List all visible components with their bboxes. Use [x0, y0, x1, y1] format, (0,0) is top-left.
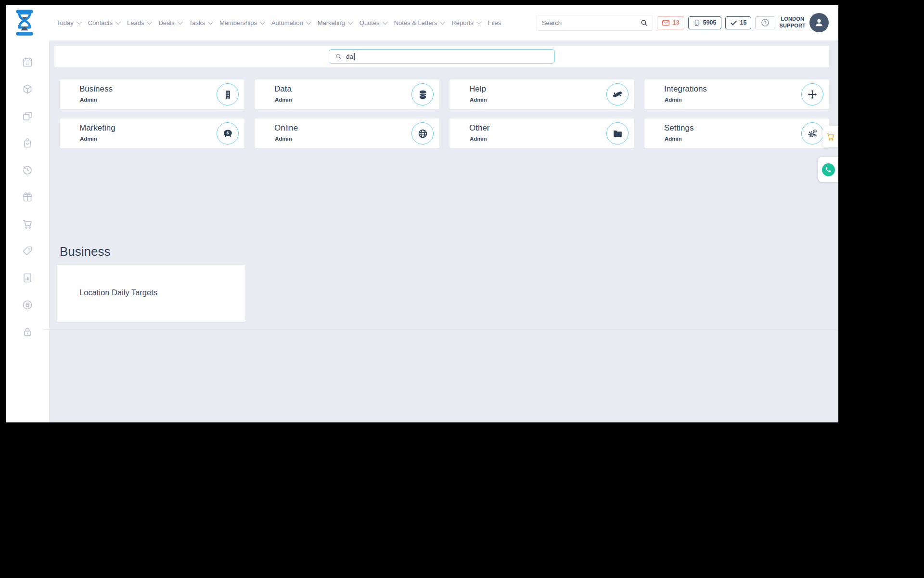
tasks-badge[interactable]: 15	[725, 16, 752, 29]
gift-icon[interactable]	[22, 191, 33, 203]
basket-float-button[interactable]	[822, 126, 838, 147]
chevron-down-icon	[440, 19, 445, 25]
check-icon	[730, 19, 737, 26]
account-name: LONDON SUPPORT	[779, 16, 806, 29]
envelope-icon	[662, 19, 670, 27]
report-chart-icon[interactable]	[22, 272, 33, 284]
sidebar: 12	[6, 40, 49, 422]
nav-item-label: Today	[57, 19, 74, 26]
card-data[interactable]: Data Admin	[255, 79, 439, 109]
card-marketing[interactable]: Marketing Admin $	[60, 118, 244, 148]
card-subtitle: Admin	[470, 136, 487, 142]
price-tag-icon[interactable]: $	[22, 245, 33, 257]
handshake-icon	[606, 83, 629, 105]
module-search-input[interactable]: da	[329, 49, 555, 64]
history-icon[interactable]	[22, 164, 33, 176]
card-other[interactable]: Other Admin	[449, 118, 634, 148]
svg-text:?: ?	[764, 20, 767, 25]
nav-item-automation[interactable]: Automation	[271, 19, 310, 26]
nav-item-label: Files	[488, 19, 501, 26]
card-business[interactable]: Business Admin	[60, 79, 244, 109]
main-nav: TodayContactsLeadsDealsTasksMembershipsA…	[57, 5, 501, 40]
module-search-value: da	[346, 53, 353, 60]
nav-item-label: Memberships	[219, 19, 257, 26]
header-search-input[interactable]	[537, 19, 640, 26]
nav-item-quotes[interactable]: Quotes	[359, 19, 386, 26]
security-icon[interactable]	[22, 299, 33, 311]
package-icon[interactable]	[22, 83, 33, 95]
building-icon	[217, 83, 239, 105]
phone-icon	[822, 163, 835, 176]
nav-item-notes-letters[interactable]: Notes & Letters	[394, 19, 444, 26]
phone-count: 5905	[703, 19, 717, 26]
phone-badge[interactable]: 5905	[688, 16, 721, 29]
nav-item-contacts[interactable]: Contacts	[88, 19, 119, 26]
card-subtitle: Admin	[665, 136, 682, 142]
module-search-bar: da	[54, 46, 829, 67]
top-bar: TodayContactsLeadsDealsTasksMembershipsA…	[6, 5, 838, 40]
card-subtitle: Admin	[80, 97, 97, 103]
nav-item-label: Reports	[451, 19, 474, 26]
card-subtitle: Admin	[80, 136, 97, 142]
card-subtitle: Admin	[470, 97, 487, 103]
person-icon	[814, 17, 824, 28]
nav-item-files[interactable]: Files	[488, 19, 501, 26]
card-subtitle: Admin	[275, 136, 292, 142]
chevron-down-icon	[476, 19, 482, 25]
chevron-down-icon	[147, 19, 152, 25]
nav-item-marketing[interactable]: Marketing	[318, 19, 352, 26]
card-title: Business	[79, 84, 113, 94]
cart-icon	[826, 132, 835, 142]
question-mark-icon: ?	[760, 18, 770, 27]
database-icon	[411, 83, 434, 105]
mail-badge[interactable]: 13	[657, 16, 684, 29]
calendar-icon[interactable]: 12	[22, 56, 33, 68]
help-badge[interactable]: ?	[755, 16, 775, 29]
hourglass-logo-icon	[13, 9, 36, 37]
result-item-location-daily-targets[interactable]: Location Daily Targets	[57, 265, 245, 322]
shopping-bag-icon[interactable]	[22, 137, 33, 149]
chevron-down-icon	[306, 19, 311, 25]
cart-icon[interactable]	[22, 218, 33, 230]
nav-item-today[interactable]: Today	[57, 19, 80, 26]
nav-item-reports[interactable]: Reports	[451, 19, 480, 26]
card-title: Settings	[664, 123, 693, 133]
chevron-down-icon	[116, 19, 121, 25]
card-title: Online	[274, 123, 298, 133]
chevron-down-icon	[177, 19, 182, 25]
card-title: Other	[469, 123, 490, 133]
nav-item-leads[interactable]: Leads	[127, 19, 151, 26]
header-search	[537, 15, 653, 31]
nav-item-label: Automation	[271, 19, 303, 26]
chevron-down-icon	[208, 19, 213, 25]
comment-dollar-icon: $	[217, 122, 239, 144]
svg-text:12: 12	[26, 62, 29, 66]
topbar-right: 13 5905 15 ? LONDON	[537, 5, 829, 40]
call-float-button[interactable]	[818, 157, 838, 182]
search-icon	[335, 53, 342, 60]
avatar[interactable]	[809, 13, 829, 32]
chevron-down-icon	[260, 19, 265, 25]
copy-icon[interactable]	[22, 110, 33, 122]
lock-icon[interactable]	[22, 326, 33, 338]
nav-item-label: Deals	[158, 19, 174, 26]
card-title: Marketing	[79, 123, 116, 133]
search-icon[interactable]	[640, 19, 648, 27]
card-integrations[interactable]: Integrations Admin	[644, 79, 829, 109]
app-logo[interactable]	[13, 9, 36, 37]
nav-item-memberships[interactable]: Memberships	[219, 19, 264, 26]
folder-icon	[606, 122, 629, 144]
card-settings[interactable]: Settings Admin	[644, 118, 829, 148]
svg-text:$: $	[226, 131, 229, 135]
nav-item-deals[interactable]: Deals	[158, 19, 181, 26]
card-subtitle: Admin	[275, 97, 292, 103]
mobile-phone-icon	[693, 19, 700, 26]
chevron-down-icon	[382, 19, 387, 25]
card-online[interactable]: Online Admin	[255, 118, 439, 148]
mail-count: 13	[673, 19, 680, 26]
card-help[interactable]: Help Admin	[449, 79, 634, 109]
nav-item-tasks[interactable]: Tasks	[189, 19, 212, 26]
nav-item-label: Quotes	[359, 19, 380, 26]
card-title: Integrations	[664, 84, 707, 94]
globe-icon	[411, 122, 434, 144]
